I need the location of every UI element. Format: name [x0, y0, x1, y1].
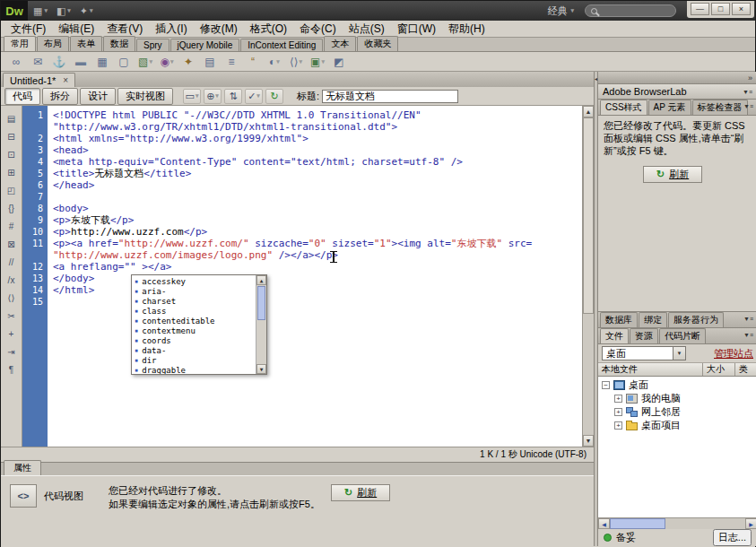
code-editor[interactable]: 1<!DOCTYPE html PUBLIC "-//W3C//DTD XHTM… [22, 106, 582, 447]
panel-tab[interactable]: 常用 [4, 36, 36, 51]
site-menu-icon[interactable]: ✦▾ [80, 5, 93, 17]
tree-item[interactable]: +网上邻居 [598, 405, 756, 419]
line-numbers-icon[interactable]: # [4, 221, 20, 232]
app-logo[interactable]: Dw [1, 1, 28, 21]
images-icon[interactable]: ▧▾ [135, 54, 155, 70]
scroll-left-icon[interactable]: ◀ [598, 518, 610, 529]
scroll-down-icon[interactable]: ▼ [256, 364, 266, 374]
browserlab-panel-header[interactable]: Adobe BrowserLab ▼≡ [598, 84, 756, 100]
panel-menu-icon[interactable]: ▼≡ [743, 332, 753, 338]
view-button[interactable]: 实时视图 [117, 88, 173, 105]
multiscreen-icon[interactable]: ▭▾ [183, 89, 201, 104]
scroll-up-icon[interactable]: ▲ [256, 275, 266, 285]
balance-braces-icon[interactable]: {} [4, 203, 20, 214]
check-page-icon[interactable]: ✓▾ [245, 89, 263, 104]
view-button[interactable]: 设计 [80, 88, 116, 105]
app-search[interactable] [585, 4, 676, 17]
menu-item[interactable]: 插入(I) [149, 20, 193, 39]
format-source-code-icon[interactable]: ¶ [4, 364, 20, 376]
code-vertical-scrollbar[interactable]: ▲ ▼ [582, 106, 594, 447]
menu-item[interactable]: 帮助(H) [442, 20, 491, 39]
document-title-input[interactable] [322, 90, 458, 103]
recent-snippets-icon[interactable]: ✂ [4, 310, 20, 322]
collapse-full-tag-icon[interactable]: ⊟ [4, 131, 20, 143]
properties-tab[interactable]: 属性 [4, 460, 41, 475]
panel-menu-icon[interactable]: ▼≡ [743, 316, 753, 322]
open-documents-icon[interactable]: ▤ [4, 113, 20, 125]
panel-tab[interactable]: 文件 [600, 328, 629, 343]
document-tab[interactable]: Untitled-1* × [3, 73, 75, 87]
hyperlink-icon[interactable]: ∞ [6, 54, 26, 70]
menu-item[interactable]: 窗口(W) [391, 20, 442, 39]
templates-icon[interactable]: ▣▾ [308, 54, 327, 70]
widget-icon[interactable]: ✦ [178, 54, 198, 70]
panel-tab[interactable]: 布局 [37, 36, 69, 51]
select-parent-tag-icon[interactable]: ◰ [4, 185, 20, 196]
column-header[interactable]: 大小 [703, 363, 735, 376]
panel-tab[interactable]: InContext Editing [240, 39, 323, 51]
scroll-track[interactable] [610, 518, 745, 529]
extend-services-icon[interactable]: ◧▾ [56, 5, 71, 17]
indent-code-icon[interactable]: ⇥ [4, 346, 20, 358]
table-icon[interactable]: ▦ [92, 54, 112, 70]
script-icon[interactable]: ⟨⟩▾ [286, 54, 306, 70]
head-icon[interactable]: ◐▾ [265, 54, 284, 70]
scroll-thumb[interactable] [257, 286, 265, 320]
close-button[interactable]: × [732, 3, 751, 15]
panel-tab[interactable]: Spry [136, 39, 169, 51]
panel-tab[interactable]: 数据库 [600, 312, 638, 327]
scroll-thumb[interactable] [610, 518, 665, 529]
panel-tab[interactable]: 绑定 [639, 312, 667, 327]
site-select[interactable]: 桌面 ▼ [602, 346, 686, 360]
minimize-button[interactable]: — [691, 3, 709, 15]
tree-item[interactable]: +桌面项目 [598, 419, 756, 432]
tag-chooser-icon[interactable]: ◩ [329, 54, 349, 70]
layout-switcher-icon[interactable]: ▦▾ [33, 5, 48, 17]
column-header[interactable]: 本地文件 [598, 363, 703, 376]
date-icon[interactable]: ▤ [200, 54, 220, 70]
panel-tab[interactable]: CSS样式 [600, 100, 647, 115]
refresh-button[interactable]: ↻ 刷新 [331, 484, 390, 501]
refresh-design-view-icon[interactable]: ↻ [265, 89, 283, 104]
column-header[interactable]: 类 [735, 363, 756, 376]
scroll-right-icon[interactable]: ▶ [745, 518, 756, 529]
apply-comment-icon[interactable]: // [4, 256, 20, 268]
highlight-invalid-code-icon[interactable]: ⊠ [4, 239, 20, 250]
hint-item[interactable]: ▪draggable [132, 366, 256, 374]
move-css-icon[interactable]: + [4, 328, 20, 340]
tree-expander[interactable]: + [614, 408, 622, 416]
manage-sites-link[interactable]: 管理站点 [714, 347, 753, 360]
scroll-thumb[interactable] [583, 117, 594, 314]
collapse-selection-icon[interactable]: ⊡ [4, 149, 20, 161]
chevron-down-icon[interactable]: ▼ [673, 347, 685, 360]
media-icon[interactable]: ◉▾ [157, 54, 177, 70]
panel-tab[interactable]: 收藏夹 [357, 36, 398, 51]
panel-tab[interactable]: 文本 [324, 36, 356, 51]
panel-tab[interactable]: 资源 [630, 328, 658, 343]
panel-tab[interactable]: 标签检查器 [692, 100, 748, 115]
comment-icon[interactable]: “ [243, 54, 263, 70]
menu-item[interactable]: 修改(M) [194, 20, 244, 39]
scroll-track[interactable] [583, 117, 594, 435]
horizontal-rule-icon[interactable]: ▬ [71, 54, 91, 70]
insert-div-icon[interactable]: ▢ [114, 54, 134, 70]
workspace-switcher[interactable]: 经典 ▾ [547, 4, 574, 18]
remove-comment-icon[interactable]: /x [4, 274, 20, 286]
tree-expander[interactable]: − [602, 381, 610, 389]
tree-item[interactable]: −桌面 [598, 378, 756, 392]
panel-menu-icon[interactable]: ▼≡ [743, 103, 753, 109]
app-search-input[interactable] [601, 6, 670, 16]
maximize-button[interactable]: □ [711, 3, 730, 15]
collapse-arrow-icon[interactable]: ◂ [595, 75, 597, 82]
menu-item[interactable]: 格式(O) [244, 20, 293, 39]
tree-expander[interactable]: + [614, 395, 622, 403]
email-link-icon[interactable]: ✉ [28, 54, 48, 70]
preview-in-browser-icon[interactable]: ⊕▾ [204, 89, 222, 104]
collapse-to-icons-button[interactable]: » [748, 74, 752, 82]
panel-tab[interactable]: 服务器行为 [668, 312, 724, 327]
tree-expander[interactable]: + [614, 421, 622, 430]
wrap-tag-icon[interactable]: ⟨⟩ [4, 292, 20, 304]
scroll-down-icon[interactable]: ▼ [583, 435, 594, 447]
scroll-up-icon[interactable]: ▲ [583, 106, 594, 117]
panel-tab[interactable]: jQuery Mobile [170, 39, 240, 51]
